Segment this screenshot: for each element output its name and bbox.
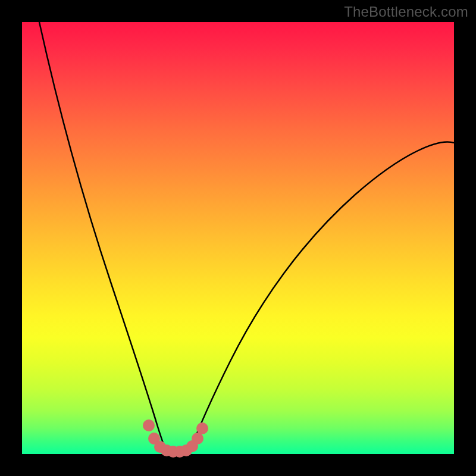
chart-container: TheBottleneck.com <box>0 0 476 476</box>
left-bottleneck-curve <box>39 22 167 454</box>
bottom-dots-group <box>143 419 208 458</box>
dot-icon <box>196 422 208 434</box>
dot-icon <box>192 433 203 444</box>
chart-svg <box>22 22 454 454</box>
dot-icon <box>143 419 155 431</box>
right-bottleneck-curve <box>189 142 454 454</box>
watermark-text: TheBottleneck.com <box>344 4 468 20</box>
